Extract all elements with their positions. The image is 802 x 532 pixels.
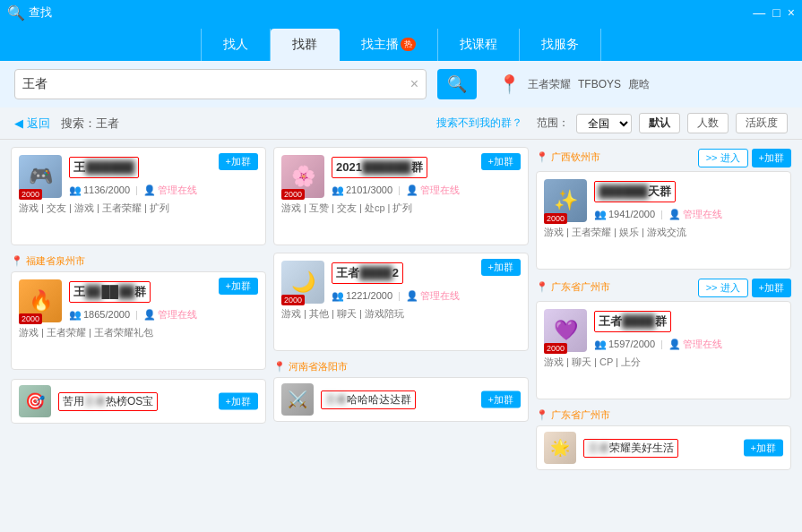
member-count-badge-1: 2000	[19, 189, 42, 200]
location-pin-1: 📍	[11, 255, 23, 267]
tab-find-group[interactable]: 找群	[271, 29, 340, 61]
avatar-wrap-4: 🔥 2000	[19, 279, 62, 322]
partial-add-button-2[interactable]: +加群	[481, 391, 521, 408]
avatar-wrap-2: 🌸 2000	[281, 155, 324, 198]
tab-find-course-label: 找课程	[460, 37, 497, 53]
range-select[interactable]: 全国 本省 同城	[576, 114, 632, 133]
group-tags-1: 游戏 | 交友 | 游戏 | 王者荣耀 | 扩列	[19, 202, 258, 215]
location-text-3: 广西钦州市	[551, 150, 600, 164]
location-section-4: 📍 广东省广州市 >> 进入 +加群 💜 2000	[536, 277, 791, 399]
avatar-wrap-1: 🎮 2000	[19, 155, 62, 198]
add-group-button-3[interactable]: +加群	[752, 149, 791, 167]
group-card-1: +加群 🎮 2000 王██████ 👥1136/2000 | 👤管理在	[11, 147, 266, 245]
title-bar-title: 查找	[29, 4, 52, 21]
location-icon: 📍	[498, 73, 521, 95]
sort-members-button[interactable]: 人数	[687, 113, 729, 133]
members-1: 1136/2000	[83, 184, 130, 195]
back-button[interactable]: ◀ 返回	[14, 116, 50, 132]
location-pin-2: 📍	[273, 361, 286, 373]
hot-badge: 热	[401, 38, 416, 51]
partial-card-2: ⚔️ 王者哈哈哈达达群 +加群	[273, 377, 529, 422]
hot-searches: 📍 王者荣耀 TFBOYS 鹿晗	[498, 73, 650, 95]
enter-button-3[interactable]: >> 进入	[698, 149, 748, 167]
search-button[interactable]: 🔍	[437, 69, 477, 99]
column-3: 📍 广西钦州市 >> 进入 +加群 ✨ 2000	[536, 147, 791, 470]
members-4: 1865/2000	[83, 309, 130, 320]
group-tags-6: 游戏 | 聊天 | CP | 上分	[544, 356, 783, 369]
status-2: 管理在线	[420, 184, 460, 197]
close-button[interactable]: ×	[788, 5, 795, 20]
add-group-button-5[interactable]: +加群	[481, 259, 521, 276]
tab-find-service-label: 找服务	[541, 37, 579, 53]
back-arrow-icon: ◀	[14, 116, 23, 130]
location-pin-3: 📍	[536, 151, 548, 163]
members-6: 1597/2000	[608, 339, 655, 349]
partial-avatar-1: 🎯	[19, 385, 51, 417]
search-area: × 🔍 📍 王者荣耀 TFBOYS 鹿晗	[0, 61, 802, 107]
group-stats-3: 👥1941/2000 | 👤管理在线	[594, 208, 783, 221]
member-count-badge-4: 2000	[19, 313, 42, 324]
hot-tag-3[interactable]: 鹿晗	[628, 77, 650, 92]
location-text-5: 广东省广州市	[551, 408, 610, 422]
title-bar-controls: — □ ×	[753, 5, 795, 20]
group-card-3: ✨ 2000 ██████天群 👥1941/2000 | 👤管理在线	[536, 171, 791, 270]
group-stats-4: 👥1865/2000 | 👤管理在线	[69, 308, 258, 322]
location-text-4: 广东省广州市	[551, 280, 610, 294]
tab-find-person[interactable]: 找人	[201, 29, 271, 61]
group-tags-3: 游戏 | 王者荣耀 | 娱乐 | 游戏交流	[544, 226, 783, 239]
location-pin-5: 📍	[536, 409, 548, 421]
location-text-2: 河南省洛阳市	[289, 360, 348, 373]
location-section-1: 📍 福建省泉州市 +加群 🔥 2000 王██████群	[11, 253, 266, 370]
add-group-button-6[interactable]: +加群	[752, 279, 791, 297]
group-info-3: ██████天群 👥1941/2000 | 👤管理在线	[594, 181, 783, 221]
group-tags-2: 游戏 | 互赞 | 交友 | 处cp | 扩列	[281, 202, 521, 215]
status-5: 管理在线	[420, 289, 460, 303]
avatar-wrap-5: 🌙 2000	[281, 261, 324, 304]
column-1: +加群 🎮 2000 王██████ 👥1136/2000 | 👤管理在	[11, 147, 266, 470]
partial-add-button-1[interactable]: +加群	[219, 393, 258, 410]
tab-find-streamer-label: 找主播	[361, 37, 399, 53]
search-input[interactable]	[22, 77, 410, 91]
status-3: 管理在线	[683, 208, 722, 221]
partial-add-button-3[interactable]: +加群	[744, 440, 783, 457]
enter-button-6[interactable]: >> 进入	[698, 279, 748, 297]
tab-find-service[interactable]: 找服务	[520, 29, 601, 61]
back-label: 返回	[27, 116, 50, 132]
search-input-wrap: ×	[14, 69, 427, 99]
column-2: +加群 🌸 2000 2021██████群 👥2101/3000 | �	[273, 147, 529, 470]
tab-find-group-label: 找群	[292, 37, 317, 53]
maximize-button[interactable]: □	[772, 5, 780, 20]
group-name-4: 王██████群	[69, 281, 151, 303]
app-icon: 🔍	[7, 4, 25, 21]
tab-find-course[interactable]: 找课程	[438, 29, 520, 61]
group-name-6: 王者████群	[594, 311, 671, 332]
preview-section-1: 🎯 苦用王者热榜OS宝 +加群	[11, 379, 266, 424]
add-group-button-2[interactable]: +加群	[481, 153, 521, 170]
sort-activity-button[interactable]: 活跃度	[736, 113, 788, 133]
partial-name-1: 苦用王者热榜OS宝	[58, 392, 158, 411]
filter-bar: ◀ 返回 搜索：王者 搜索不到我的群？ 范围： 全国 本省 同城 默认 人数 活…	[0, 107, 802, 140]
cant-find-link[interactable]: 搜索不到我的群？	[436, 116, 522, 131]
hot-tag-1[interactable]: 王者荣耀	[528, 77, 571, 92]
group-info-6: 王者████群 👥1597/2000 | 👤管理在线	[594, 311, 783, 351]
location-pin-4: 📍	[536, 281, 548, 293]
sort-default-button[interactable]: 默认	[639, 113, 680, 133]
range-label: 范围：	[537, 116, 569, 131]
group-stats-5: 👥1221/2000 | 👤管理在线	[332, 289, 521, 303]
hot-tag-2[interactable]: TFBOYS	[578, 78, 621, 90]
tab-find-streamer[interactable]: 找主播 热	[340, 29, 438, 61]
partial-name-2: 王者哈哈哈达达群	[321, 390, 416, 409]
status-4: 管理在线	[158, 308, 197, 322]
group-stats-2: 👥2101/3000 | 👤管理在线	[332, 184, 521, 197]
location-section-5: 📍 广东省广州市 🌟 王者荣耀美好生活 +加群	[536, 407, 791, 470]
partial-avatar-3: 🌟	[544, 432, 576, 464]
nav-bar: 找人 找群 找主播 热 找课程 找服务	[0, 25, 802, 61]
group-card-6: 💜 2000 王者████群 👥1597/2000 | 👤管理在线	[536, 301, 791, 399]
members-2: 2101/3000	[346, 184, 392, 195]
partial-info-1: 苦用王者热榜OS宝	[58, 392, 158, 411]
add-group-button-4[interactable]: +加群	[219, 278, 258, 295]
add-group-button-1[interactable]: +加群	[219, 153, 258, 170]
clear-button[interactable]: ×	[410, 76, 418, 92]
minimize-button[interactable]: —	[753, 5, 765, 20]
tab-find-person-label: 找人	[223, 37, 248, 53]
